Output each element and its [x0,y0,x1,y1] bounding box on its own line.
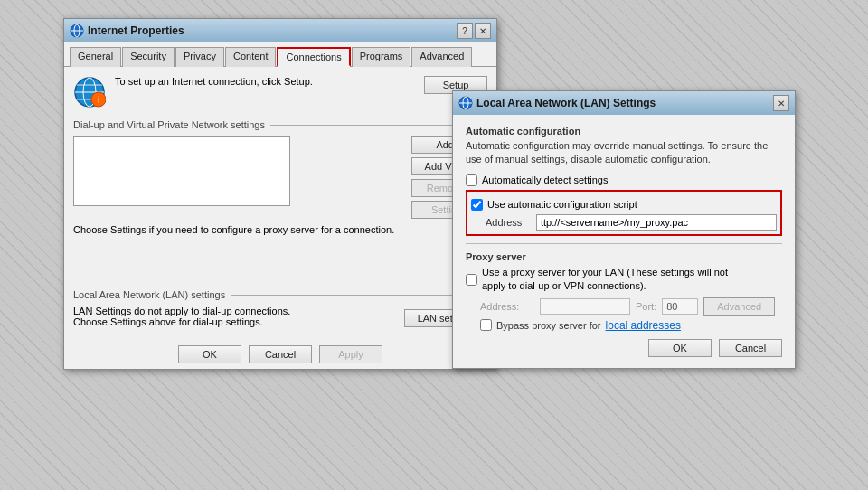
tab-content[interactable]: Content [225,47,277,67]
address-row: Address [471,214,777,231]
globe-icon: i [73,76,106,108]
internet-props-bottom-buttons: OK Cancel Apply [64,336,496,369]
connections-content: i To set up an Internet connection, clic… [64,67,496,336]
tab-security[interactable]: Security [122,47,175,67]
bypass-text: Bypass proxy server for [496,320,601,331]
lan-description: LAN Settings do not apply to dial-up con… [73,306,290,327]
use-script-checkbox[interactable] [471,199,483,211]
auto-detect-label: Automatically detect settings [482,174,608,185]
auto-detect-checkbox[interactable] [466,174,477,186]
lan-titlebar-controls: ✕ [773,95,789,111]
lan-content: Automatic configuration Automatic config… [453,115,795,368]
bypass-row: Bypass proxy server for local addresses [466,319,782,332]
bypass-checkbox[interactable] [480,319,492,331]
dialup-label: Dial-up and Virtual Private Network sett… [73,119,487,130]
internet-props-ok[interactable]: OK [178,345,241,363]
setup-description: To set up an Internet connection, click … [115,76,415,87]
script-highlighted-box: Use automatic configuration script Addre… [466,190,782,236]
tab-advanced[interactable]: Advanced [411,47,472,67]
lan-cancel-button[interactable]: Cancel [719,339,782,357]
svg-text:i: i [98,95,99,105]
auto-config-desc: Automatic configuration may override man… [466,139,782,167]
address-input[interactable] [536,214,777,231]
proxy-port-label: Port: [636,301,656,312]
lan-settings-row: LAN Settings do not apply to dial-up con… [73,306,487,327]
lan-titlebar-left: Local Area Network (LAN) Settings [458,96,656,110]
lan-settings-window: Local Area Network (LAN) Settings ✕ Auto… [452,90,796,369]
proxy-address-row: Address: Port: Advanced [466,297,782,316]
help-button[interactable]: ? [457,23,473,39]
advanced-button[interactable]: Advanced [703,297,775,316]
titlebar-left: Internet Properties [70,24,184,38]
internet-props-titlebar: Internet Properties ? ✕ [64,19,496,42]
auto-config-label: Automatic configuration [466,126,782,137]
lan-ie-icon [458,96,473,110]
use-script-label: Use automatic configuration script [487,199,637,210]
proxy-checkbox[interactable] [466,274,477,286]
proxy-address-input[interactable] [540,298,630,315]
internet-properties-window: Internet Properties ? ✕ General Security… [63,18,497,370]
tab-connections[interactable]: Connections [277,47,350,67]
tab-bar: General Security Privacy Content Connect… [64,42,496,67]
dialup-list[interactable] [73,136,290,206]
setup-section: i To set up an Internet connection, clic… [73,76,487,108]
lan-titlebar: Local Area Network (LAN) Settings ✕ [453,91,795,115]
divider [466,243,782,244]
dialup-section: Add... Add VPN... Remove... Settings [73,136,487,219]
lan-label: Local Area Network (LAN) settings [73,289,487,300]
proxy-address-label: Address: [480,301,534,312]
internet-props-title: Internet Properties [88,24,184,37]
titlebar-controls: ? ✕ [457,23,491,39]
lan-bottom-buttons: OK Cancel [466,332,782,357]
choose-settings-text: Choose Settings if you need to configure… [73,224,487,235]
tab-programs[interactable]: Programs [352,47,411,67]
tab-privacy[interactable]: Privacy [175,47,224,67]
internet-props-apply[interactable]: Apply [319,345,382,363]
local-addresses-link[interactable]: local addresses [606,319,681,332]
internet-props-cancel[interactable]: Cancel [249,345,312,363]
proxy-port-input[interactable] [662,298,698,315]
tab-general[interactable]: General [70,47,121,67]
auto-detect-row: Automatically detect settings [466,174,782,186]
address-label: Address [486,217,531,228]
proxy-server-label: Proxy server [466,251,782,262]
proxy-checkbox-row: Use a proxy server for your LAN (These s… [466,266,782,294]
ie-icon [70,24,84,38]
lan-ok-button[interactable]: OK [648,339,712,357]
lan-title: Local Area Network (LAN) Settings [476,97,656,109]
lan-close-button[interactable]: ✕ [773,95,789,111]
close-button[interactable]: ✕ [475,23,491,39]
use-script-row: Use automatic configuration script [471,199,777,211]
proxy-server-desc: Use a proxy server for your LAN (These s… [482,266,753,294]
